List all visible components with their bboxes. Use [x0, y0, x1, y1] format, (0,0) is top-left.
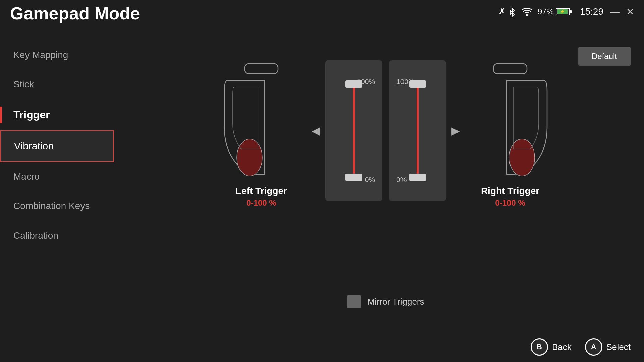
left-arrow-icon: ◀: [312, 124, 320, 137]
select-label: Select: [606, 342, 631, 352]
svg-point-0: [526, 14, 528, 16]
battery-bolt: ⚡: [560, 9, 565, 14]
mirror-triggers-label: Mirror Triggers: [367, 297, 424, 307]
gamepad-left-svg: [218, 60, 305, 181]
sidebar-item-combination-keys[interactable]: Combination Keys: [0, 191, 114, 221]
b-button[interactable]: B: [531, 338, 548, 356]
right-trigger-range: 0-100 %: [495, 198, 525, 208]
left-trigger-label: Left Trigger 0-100 %: [235, 186, 287, 208]
right-trigger-column: Right Trigger 0-100 %: [467, 60, 554, 208]
gamepad-left-art: [218, 60, 305, 181]
left-trigger-range: 0-100 %: [246, 198, 276, 208]
right-slider-row: 100% 0% ▶: [389, 60, 460, 201]
main-content: Default Left Trigger 0-10: [127, 40, 644, 362]
status-icons: ✗ 97% ⚡: [498, 6, 570, 17]
right-trigger-name: Right Trigger: [481, 186, 539, 196]
gamepad-right-svg: [467, 60, 554, 181]
a-button[interactable]: A: [585, 338, 602, 356]
right-arrow-icon: ▶: [451, 124, 460, 137]
wifi-icon: [522, 7, 532, 16]
minimize-button[interactable]: —: [610, 6, 620, 17]
trigger-area: Left Trigger 0-100 % ◀ 100% 0% 100%: [127, 60, 644, 208]
window-controls: — ✕: [610, 6, 634, 17]
svg-point-2: [237, 139, 262, 176]
left-slider[interactable]: 100% 0%: [325, 60, 382, 201]
right-slider[interactable]: 100% 0%: [389, 60, 446, 201]
sidebar-item-key-mapping[interactable]: Key Mapping: [0, 40, 114, 70]
sidebar-item-calibration[interactable]: Calibration: [0, 221, 114, 250]
time-display: 15:29: [580, 6, 603, 17]
sidebar-item-macro[interactable]: Macro: [0, 162, 114, 191]
close-button[interactable]: ✕: [626, 6, 634, 17]
sidebar: Key Mapping Stick Trigger Vibration Macr…: [0, 40, 114, 250]
right-slider-bottom-label: 0%: [396, 176, 407, 184]
battery-percent: 97%: [538, 7, 554, 16]
left-slider-bottom-label: 0%: [365, 176, 375, 184]
left-slider-thumb-top[interactable]: [345, 80, 362, 88]
svg-point-4: [509, 139, 535, 176]
right-slider-thumb-bottom[interactable]: [409, 174, 426, 181]
battery-fill: ⚡: [557, 9, 568, 14]
battery-icon: ⚡: [556, 8, 570, 15]
bottom-bar: B Back A Select: [0, 332, 644, 362]
left-slider-thumb-bottom[interactable]: [345, 174, 362, 181]
mirror-triggers-section: Mirror Triggers: [347, 295, 424, 308]
left-slider-fill: [353, 84, 355, 178]
left-slider-row: ◀ 100% 0%: [312, 60, 382, 201]
title-bar: Gamepad Mode ✗ 97%: [0, 0, 644, 23]
sidebar-item-vibration[interactable]: Vibration: [0, 130, 114, 162]
status-bar: ✗ 97% ⚡: [498, 6, 634, 17]
svg-rect-1: [245, 64, 278, 74]
back-action: B Back: [531, 338, 572, 356]
right-slider-fill: [417, 84, 419, 178]
left-trigger-name: Left Trigger: [235, 186, 287, 196]
right-slider-track: [417, 84, 419, 178]
back-label: Back: [552, 342, 572, 352]
left-trigger-column: Left Trigger 0-100 %: [218, 60, 305, 208]
right-trigger-label: Right Trigger 0-100 %: [481, 186, 539, 208]
bluetooth-icon: ✗: [498, 6, 516, 17]
left-slider-track: [353, 84, 355, 178]
mirror-triggers-checkbox[interactable]: [347, 295, 361, 308]
gamepad-right-art: [467, 60, 554, 181]
right-slider-thumb-top[interactable]: [409, 80, 426, 88]
app-title: Gamepad Mode: [10, 0, 140, 23]
battery-container: 97% ⚡: [538, 7, 570, 16]
select-action: A Select: [585, 338, 631, 356]
sidebar-item-stick[interactable]: Stick: [0, 70, 114, 99]
svg-rect-3: [493, 64, 527, 74]
sidebar-item-trigger[interactable]: Trigger: [0, 99, 114, 130]
